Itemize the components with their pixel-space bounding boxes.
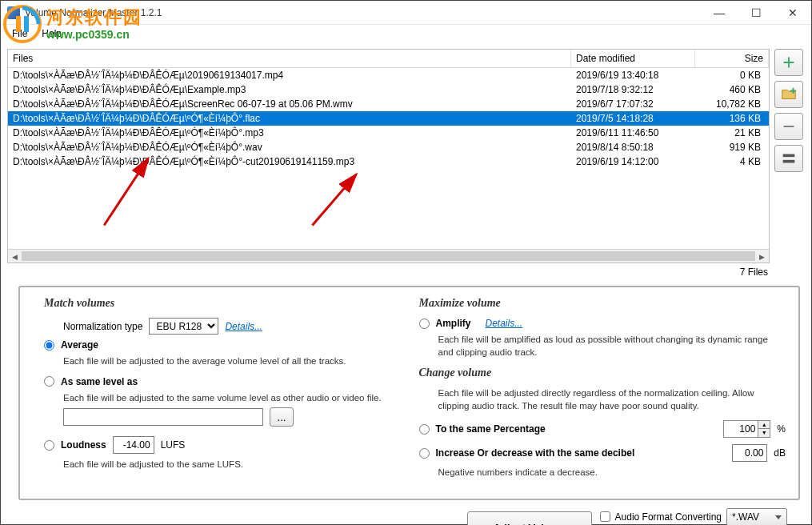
average-radio[interactable] [44, 340, 54, 351]
file-cell: D:\tools\×ÀÃæ\ÐÂ½¨ÎÄ¼þ¼Ð\ÐÂÊÓÆµ\ºÓ¶«Èí¼þ… [8, 141, 571, 154]
menu-help[interactable]: Help [35, 26, 68, 42]
match-title: Match volumes [44, 297, 411, 310]
loudness-unit: LUFS [161, 439, 186, 451]
size-cell: 919 KB [695, 141, 769, 154]
col-size[interactable]: Size [695, 50, 769, 67]
date-cell: 2019/6/19 14:12:00 [571, 155, 695, 168]
menu-bar: File Help [1, 25, 811, 42]
svg-rect-7 [783, 160, 795, 163]
spin-down-icon[interactable]: ▼ [758, 429, 770, 437]
table-row[interactable]: D:\tools\×ÀÃæ\ÐÂ½¨ÎÄ¼þ¼Ð\ÐÂÊÓÆµ\ºÓ¶«Èí¼þ… [8, 111, 769, 126]
remove-button[interactable] [774, 113, 803, 140]
norm-type-label: Normalization type [63, 321, 142, 332]
table-row[interactable]: D:\tools\×ÀÃæ\ÐÂ½¨ÎÄ¼þ¼Ð\ÐÂÊÓÆµ\ºÓ¶«Èí¼þ… [8, 140, 769, 154]
browse-button[interactable]: ... [270, 407, 294, 427]
amplify-details-link[interactable]: Details... [486, 318, 523, 329]
amplify-radio[interactable] [419, 319, 430, 329]
amplify-desc: Each file will be amplified as loud as p… [438, 334, 786, 359]
horizontal-scrollbar[interactable]: ◀ ▶ [8, 249, 769, 262]
table-row[interactable]: D:\tools\×ÀÃæ\ÐÂ½¨ÎÄ¼þ¼Ð\ÐÂÊÓÆµ\Example.… [8, 82, 769, 97]
size-cell: 10,782 KB [695, 98, 769, 110]
audio-format-label: Audio Format Converting [615, 511, 722, 523]
average-desc: Each file will be adjusted to the averag… [63, 355, 411, 368]
adjust-volume-button[interactable]: Adjust Volume [467, 511, 592, 525]
change-title: Change volume [419, 367, 786, 379]
scroll-thumb[interactable] [22, 251, 755, 261]
app-icon [7, 6, 20, 19]
same-level-path-input[interactable] [63, 408, 263, 426]
svg-rect-6 [783, 154, 795, 158]
change-desc: Each file will be adjusted directly rega… [438, 387, 786, 412]
percentage-radio[interactable] [419, 424, 430, 435]
list-body[interactable]: D:\tools\×ÀÃæ\ÐÂ½¨ÎÄ¼þ¼Ð\ÐÂÊÓÆµ\20190619… [8, 68, 769, 249]
decibel-radio[interactable] [419, 448, 430, 459]
loudness-input[interactable] [113, 436, 154, 454]
size-cell: 4 KB [695, 155, 769, 168]
date-cell: 2019/6/11 11:46:50 [571, 126, 695, 139]
list-header[interactable]: Files Date modified Size [8, 50, 769, 68]
plus-icon [780, 54, 798, 71]
file-cell: D:\tools\×ÀÃæ\ÐÂ½¨ÎÄ¼þ¼Ð\ÐÂÊÓÆµ\ºÓ¶«Èí¼þ… [8, 126, 571, 139]
decibel-unit: dB [774, 447, 786, 459]
same-level-desc: Each file will be adjusted to the same v… [63, 392, 411, 405]
decibel-input[interactable] [732, 444, 767, 462]
scroll-left-icon[interactable]: ◀ [8, 250, 22, 263]
col-files[interactable]: Files [8, 50, 571, 67]
date-cell: 2019/6/7 17:07:32 [571, 98, 695, 110]
average-label: Average [61, 339, 98, 351]
file-list[interactable]: Files Date modified Size D:\tools\×ÀÃæ\Ð… [7, 49, 770, 263]
file-cell: D:\tools\×ÀÃæ\ÐÂ½¨ÎÄ¼þ¼Ð\ÐÂÊÓÆµ\ºÓ¶«Èí¼þ… [8, 112, 571, 125]
date-cell: 2019/7/5 14:18:28 [571, 112, 695, 125]
percentage-unit: % [777, 423, 786, 435]
add-file-button[interactable] [774, 49, 803, 76]
audio-format-combo[interactable]: *.WAV [726, 508, 787, 525]
table-row[interactable]: D:\tools\×ÀÃæ\ÐÂ½¨ÎÄ¼þ¼Ð\ÐÂÊÓÆµ\20190619… [8, 68, 769, 82]
table-row[interactable]: D:\tools\×ÀÃæ\ÐÂ½¨ÎÄ¼þ¼Ð\ÐÂÊÓÆµ\ScreenRe… [8, 97, 769, 111]
loudness-radio[interactable] [44, 440, 54, 451]
norm-details-link[interactable]: Details... [225, 321, 262, 332]
date-cell: 2019/8/14 8:50:18 [571, 141, 695, 154]
size-cell: 21 KB [695, 126, 769, 139]
table-row[interactable]: D:\tools\×ÀÃæ\ÐÂ½¨ÎÄ¼þ¼Ð\ÐÂÊÓÆµ\ºÓ¶«Èí¼þ… [8, 154, 769, 169]
loudness-desc: Each file will be adjusted to the same L… [63, 459, 411, 471]
col-date[interactable]: Date modified [571, 50, 695, 67]
minus-icon [780, 118, 798, 135]
file-cell: D:\tools\×ÀÃæ\ÐÂ½¨ÎÄ¼þ¼Ð\ÐÂÊÓÆµ\Example.… [8, 83, 571, 96]
clear-icon [780, 150, 798, 167]
percentage-label: To the same Percentage [436, 423, 546, 435]
loudness-label: Loudness [61, 439, 106, 451]
size-cell: 136 KB [695, 112, 769, 125]
file-cell: D:\tools\×ÀÃæ\ÐÂ½¨ÎÄ¼þ¼Ð\ÐÂÊÓÆµ\ºÓ¶«Èí¼þ… [8, 155, 571, 168]
close-button[interactable]: ✕ [774, 1, 811, 25]
maximize-title: Maximize volume [419, 297, 786, 310]
svg-rect-5 [784, 126, 794, 127]
date-cell: 2019/7/18 9:32:12 [571, 83, 695, 96]
menu-file[interactable]: File [6, 26, 34, 42]
audio-format-checkbox[interactable] [600, 511, 610, 522]
window-title: Volume Normalizer Master 1.2.1 [25, 7, 701, 18]
size-cell: 460 KB [695, 83, 769, 96]
scroll-right-icon[interactable]: ▶ [755, 250, 769, 263]
size-cell: 0 KB [695, 69, 769, 82]
norm-type-select[interactable]: EBU R128 [149, 318, 218, 335]
decibel-label: Increase Or decrease with the same decib… [436, 447, 635, 459]
amplify-label: Amplify [436, 318, 471, 329]
minimize-button[interactable]: — [701, 1, 738, 25]
file-cell: D:\tools\×ÀÃæ\ÐÂ½¨ÎÄ¼þ¼Ð\ÐÂÊÓÆµ\ScreenRe… [8, 98, 571, 110]
maximize-button[interactable]: ☐ [738, 1, 774, 25]
percentage-input[interactable] [724, 421, 758, 437]
svg-line-4 [312, 174, 356, 226]
folder-plus-icon [780, 86, 798, 103]
file-cell: D:\tools\×ÀÃæ\ÐÂ½¨ÎÄ¼þ¼Ð\ÐÂÊÓÆµ\20190619… [8, 69, 571, 82]
spin-up-icon[interactable]: ▲ [758, 421, 770, 429]
decibel-note: Negative numbers indicate a decrease. [438, 467, 786, 479]
same-level-radio[interactable] [44, 376, 54, 387]
title-bar: Volume Normalizer Master 1.2.1 — ☐ ✕ [1, 1, 811, 25]
same-level-label: As same level as [61, 376, 138, 387]
clear-button[interactable] [774, 145, 803, 172]
date-cell: 2019/6/19 13:40:18 [571, 69, 695, 82]
table-row[interactable]: D:\tools\×ÀÃæ\ÐÂ½¨ÎÄ¼þ¼Ð\ÐÂÊÓÆµ\ºÓ¶«Èí¼þ… [8, 126, 769, 140]
file-count: 7 Files [7, 263, 805, 283]
percentage-spinner[interactable]: ▲▼ [723, 420, 770, 438]
add-folder-button[interactable] [774, 81, 803, 108]
